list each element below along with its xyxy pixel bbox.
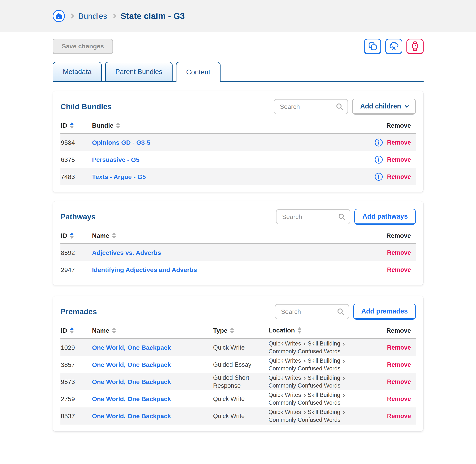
duplicate-button[interactable] xyxy=(364,39,381,54)
premades-search-input[interactable] xyxy=(275,304,349,319)
chevron-right-icon xyxy=(303,360,306,363)
chevron-right-icon xyxy=(303,411,306,414)
cell-id: 2947 xyxy=(60,266,92,273)
bundle-link[interactable]: Persuasive - G5 xyxy=(92,156,139,163)
icon-button-group xyxy=(364,39,424,54)
table-header-row: ID Name Remove xyxy=(60,228,416,244)
remove-link[interactable]: Remove xyxy=(387,249,411,256)
column-header-id: ID xyxy=(61,327,67,334)
location-segment: Commonly Confused Words xyxy=(268,399,341,406)
remove-link[interactable]: Remove xyxy=(387,361,411,368)
add-premades-label: Add premades xyxy=(361,307,408,315)
remove-link[interactable]: Remove xyxy=(387,413,411,420)
pathways-section: Pathways Add pathways ID xyxy=(53,201,424,285)
table-row: 2947 Identifying Adjectives and Adverbs … xyxy=(60,261,416,278)
sort-toggle-location[interactable] xyxy=(297,327,302,334)
bundle-link[interactable]: Opinions GD - G3-5 xyxy=(92,139,150,146)
info-icon[interactable] xyxy=(374,173,383,181)
table-row: 9584 Opinions GD - G3-5 Remove xyxy=(60,134,416,151)
watch-button[interactable] xyxy=(407,39,424,54)
chevron-right-icon xyxy=(342,394,345,397)
column-header-name: Name xyxy=(92,327,109,334)
remove-link[interactable]: Remove xyxy=(387,395,411,402)
add-children-label: Add children xyxy=(360,102,401,110)
breadcrumb-link-bundles[interactable]: Bundles xyxy=(78,11,107,21)
pathways-table: ID Name Remove 8592 Adjectives vs. Adver… xyxy=(60,228,416,278)
remove-link[interactable]: Remove xyxy=(387,378,411,385)
cell-location: Quick WritesSkill BuildingCommonly Confu… xyxy=(268,357,377,372)
add-pathways-button[interactable]: Add pathways xyxy=(354,209,416,225)
column-header-bundle: Bundle xyxy=(92,122,114,129)
premade-link[interactable]: One World, One Backpack xyxy=(92,344,171,351)
info-icon[interactable] xyxy=(374,155,383,164)
location-segment: Quick Writes xyxy=(268,375,301,381)
tab-parent-bundles[interactable]: Parent Bundles xyxy=(105,62,172,82)
column-header-type: Type xyxy=(213,326,227,335)
tab-metadata[interactable]: Metadata xyxy=(53,62,102,82)
column-header-id: ID xyxy=(61,122,67,129)
tab-content[interactable]: Content xyxy=(176,62,220,82)
tab-bar: Metadata Parent Bundles Content xyxy=(53,62,424,82)
location-segment: Quick Writes xyxy=(268,392,301,398)
cell-id: 2759 xyxy=(60,395,92,403)
pathway-link[interactable]: Adjectives vs. Adverbs xyxy=(92,249,161,256)
bundle-link[interactable]: Texts - Argue - G5 xyxy=(92,173,146,180)
sort-toggle-name[interactable] xyxy=(112,232,116,239)
sort-toggle-id[interactable] xyxy=(70,327,74,334)
table-row: 9573 One World, One Backpack Guided Shor… xyxy=(60,373,416,390)
column-header-id: ID xyxy=(61,232,67,239)
table-row: 7483 Texts - Argue - G5 Remove xyxy=(60,168,416,185)
remove-link[interactable]: Remove xyxy=(387,266,411,273)
cell-id: 9573 xyxy=(60,378,92,386)
location-segment: Commonly Confused Words xyxy=(268,348,341,355)
cloud-remove-button[interactable] xyxy=(385,39,402,54)
location-segment: Skill Building xyxy=(307,375,340,381)
info-icon[interactable] xyxy=(374,138,383,147)
pathway-link[interactable]: Identifying Adjectives and Adverbs xyxy=(92,266,197,273)
add-premades-button[interactable]: Add premades xyxy=(353,304,416,320)
location-segment: Quick Writes xyxy=(268,358,301,364)
sort-toggle-id[interactable] xyxy=(70,122,74,129)
sort-toggle-bundle[interactable] xyxy=(116,122,120,129)
chevron-right-icon xyxy=(111,13,116,19)
location-segment: Skill Building xyxy=(307,358,340,364)
remove-link[interactable]: Remove xyxy=(387,344,411,351)
chevron-right-icon xyxy=(69,13,74,19)
location-segment: Skill Building xyxy=(307,392,340,398)
home-button[interactable] xyxy=(53,10,65,22)
chevron-right-icon xyxy=(342,411,345,414)
cell-type: Quick Write xyxy=(213,344,268,352)
save-changes-button[interactable]: Save changes xyxy=(53,39,113,54)
location-segment: Quick Writes xyxy=(268,409,301,415)
cell-id: 9584 xyxy=(60,139,92,146)
premade-link[interactable]: One World, One Backpack xyxy=(92,413,171,420)
chevron-right-icon xyxy=(342,360,345,363)
add-children-button[interactable]: Add children xyxy=(352,99,416,115)
premade-link[interactable]: One World, One Backpack xyxy=(92,378,171,385)
sort-toggle-name[interactable] xyxy=(112,327,116,334)
column-header-remove: Remove xyxy=(386,327,411,334)
watch-icon xyxy=(410,41,420,51)
premades-table: ID Name Type Location Remove xyxy=(60,323,416,425)
location-segment: Quick Writes xyxy=(268,340,301,347)
column-header-remove: Remove xyxy=(386,232,411,239)
chevron-right-icon xyxy=(303,343,306,346)
page-title: State claim - G3 xyxy=(121,11,185,21)
table-row: 3857 One World, One Backpack Guided Essa… xyxy=(60,356,416,373)
chevron-right-icon xyxy=(303,394,306,397)
cell-id: 3857 xyxy=(60,361,92,368)
sort-toggle-type[interactable] xyxy=(230,327,234,334)
child-bundles-search-input[interactable] xyxy=(274,99,348,114)
column-header-name: Name xyxy=(92,232,109,239)
sort-toggle-id[interactable] xyxy=(70,232,74,239)
premade-link[interactable]: One World, One Backpack xyxy=(92,361,171,368)
chevron-down-icon xyxy=(405,104,409,108)
column-header-location: Location xyxy=(268,326,295,335)
table-header-row: ID Name Type Location Remove xyxy=(60,323,416,339)
remove-link[interactable]: Remove xyxy=(387,173,411,180)
table-row: 8592 Adjectives vs. Adverbs Remove xyxy=(60,244,416,261)
pathways-search-input[interactable] xyxy=(276,209,350,224)
remove-link[interactable]: Remove xyxy=(387,139,411,146)
remove-link[interactable]: Remove xyxy=(387,156,411,163)
premade-link[interactable]: One World, One Backpack xyxy=(92,395,171,402)
